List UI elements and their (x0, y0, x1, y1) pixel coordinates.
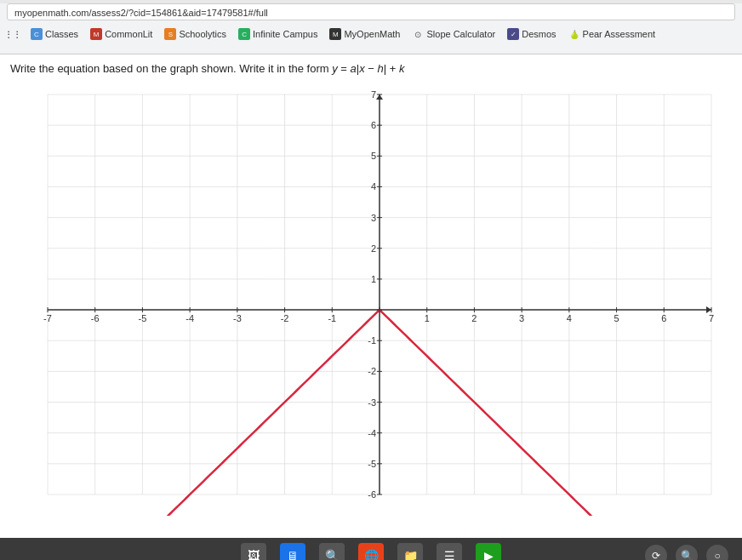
bookmark-campus-label: Infinite Campus (253, 29, 317, 39)
bookmark-schoolytics-label: Schoolytics (179, 29, 226, 39)
question-text: Write the equation based on the graph sh… (10, 61, 732, 77)
graph-canvas (14, 82, 728, 516)
taskbar-right: ⟳ 🔍 ○ (645, 545, 728, 560)
classes-icon: C (31, 28, 43, 40)
desmos-icon: ✓ (507, 28, 519, 40)
graph-container (14, 82, 728, 524)
bookmark-pear[interactable]: 🍐 Pear Assessment (565, 26, 659, 42)
taskbar-right-icon-1[interactable]: 🔍 (676, 545, 698, 560)
taskbar: 🖼 🖥 🔍 🌐 📁 ☰ ▶ ⟳ 🔍 ○ (0, 538, 742, 560)
content-area: Write the equation based on the graph sh… (0, 54, 742, 538)
bookmark-classes-label: Classes (45, 29, 78, 39)
bookmark-desmos-label: Desmos (522, 29, 556, 39)
bookmark-commonlit-label: CommonLit (105, 29, 152, 39)
bookmark-slope[interactable]: ⊙ Slope Calculator (408, 26, 499, 42)
taskbar-right-icon-2[interactable]: ○ (706, 545, 728, 560)
bookmark-commonlit[interactable]: M CommonLit (87, 26, 156, 42)
myopenmath-icon: M (329, 28, 341, 40)
campus-icon: C (238, 28, 250, 40)
taskbar-icon-4[interactable]: 📁 (397, 543, 423, 560)
taskbar-icon-3[interactable]: 🌐 (358, 543, 384, 560)
bookmark-schoolytics[interactable]: S Schoolytics (161, 26, 230, 42)
dots-icon: ⋮⋮ (7, 28, 19, 40)
bookmark-myopenmath[interactable]: M MyOpenMath (326, 26, 403, 42)
taskbar-right-icon-0[interactable]: ⟳ (645, 545, 667, 560)
bookmark-myopenmath-label: MyOpenMath (344, 29, 400, 39)
bookmarks-bar: ⋮⋮ C Classes M CommonLit S Schoolytics C… (0, 22, 742, 46)
browser-chrome: myopenmath.com/assess2/?cid=154861&aid=1… (0, 3, 742, 54)
bookmark-pear-label: Pear Assessment (583, 29, 656, 39)
taskbar-icon-5[interactable]: ☰ (437, 543, 462, 560)
bookmark-campus[interactable]: C Infinite Campus (235, 26, 321, 42)
taskbar-icon-6[interactable]: ▶ (476, 543, 501, 560)
schoolytics-icon: S (164, 28, 176, 40)
taskbar-icon-2[interactable]: 🔍 (319, 543, 345, 560)
taskbar-icon-1[interactable]: 🖥 (280, 543, 305, 560)
bookmark-classes[interactable]: C Classes (27, 26, 82, 42)
bookmark-dots[interactable]: ⋮⋮ (3, 26, 22, 42)
pear-icon: 🍐 (568, 28, 580, 40)
taskbar-icon-0[interactable]: 🖼 (241, 543, 266, 560)
address-bar[interactable]: myopenmath.com/assess2/?cid=154861&aid=1… (7, 3, 735, 20)
bookmark-desmos[interactable]: ✓ Desmos (504, 26, 559, 42)
commonlit-icon: M (90, 28, 102, 40)
slope-icon: ⊙ (412, 28, 424, 40)
bookmark-slope-label: Slope Calculator (426, 29, 495, 39)
